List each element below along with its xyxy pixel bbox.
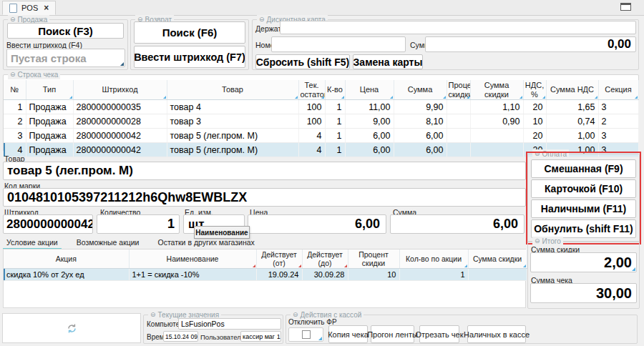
column-header[interactable]: Сумма НДС — [546, 80, 598, 100]
cell[interactable]: 30.09.28 — [302, 269, 348, 281]
card-sum-input[interactable]: 0,00 — [425, 36, 636, 52]
column-header[interactable]: К-во — [325, 80, 345, 100]
cell[interactable]: 1,00 — [546, 129, 598, 143]
line-sum-field[interactable]: 6,00 — [390, 214, 525, 234]
cell[interactable]: 2800000000042 — [73, 129, 167, 143]
cell[interactable]: 1 — [325, 100, 345, 114]
quantity-field[interactable]: 1 — [97, 214, 180, 234]
column-header[interactable]: Процент скидки — [348, 249, 399, 269]
cell[interactable] — [470, 129, 523, 143]
refresh-area[interactable] — [2, 313, 141, 343]
cell[interactable]: 1 — [325, 143, 345, 157]
cell[interactable] — [447, 143, 470, 157]
total-discount-field[interactable]: 2,00 — [530, 252, 637, 272]
return-barcode-button[interactable]: Ввести штрихкод (F7) — [134, 46, 245, 68]
cell[interactable]: 3 — [598, 100, 638, 114]
cell[interactable]: 2 — [598, 114, 638, 129]
cell[interactable]: 2800000000042 — [73, 143, 167, 157]
cell[interactable]: 6,00 — [345, 129, 394, 143]
cell[interactable]: 100 — [298, 100, 325, 114]
sale-search-button[interactable]: Поиск (F3) — [7, 23, 124, 39]
return-search-button[interactable]: Поиск (F6) — [134, 21, 245, 44]
cell[interactable]: 8,10 — [394, 114, 447, 129]
payment-mixed-button[interactable]: Смешанная (F9) — [531, 159, 636, 178]
cell[interactable] — [447, 129, 470, 143]
cell[interactable]: 1,10 — [470, 100, 523, 114]
cell[interactable]: 6,00 — [394, 143, 447, 157]
cut-receipt-button[interactable]: Отрезать чек — [419, 325, 459, 343]
cell[interactable]: 2800000000028 — [73, 114, 167, 129]
cell[interactable] — [447, 100, 470, 114]
collapse-icon[interactable]: ⊖ — [10, 70, 16, 79]
cell[interactable]: 10 — [348, 269, 399, 281]
cell[interactable]: 6,00 — [394, 129, 447, 143]
cell[interactable]: 100 — [298, 114, 325, 129]
payment-reset-button[interactable]: Обнулить (shift F11) — [531, 219, 636, 238]
cell[interactable]: 11,00 — [345, 100, 394, 114]
holder-input[interactable] — [280, 21, 636, 34]
cell[interactable]: 0,90 — [470, 114, 523, 129]
number-input[interactable] — [271, 36, 406, 52]
cell[interactable]: товар 4 — [167, 100, 298, 114]
computer-field[interactable]: LsFusionPos — [178, 318, 281, 330]
cell[interactable] — [470, 143, 523, 157]
cell[interactable]: 3 — [4, 129, 26, 143]
column-header[interactable]: Сумма скидки — [470, 80, 523, 100]
tab-promo-conditions[interactable]: Условие акции — [3, 236, 62, 250]
cell[interactable]: 1,65 — [546, 100, 598, 114]
cell[interactable]: 1 — [325, 129, 345, 143]
column-header[interactable]: Акция — [4, 249, 129, 269]
column-header[interactable]: Секция — [598, 80, 638, 100]
cell[interactable] — [468, 269, 527, 281]
cell[interactable]: товар 5 (лег.пром. М) — [167, 143, 298, 157]
cash-in-drawer-button[interactable]: Наличных в кассе — [467, 325, 526, 343]
column-header[interactable]: № — [4, 80, 26, 100]
time-field[interactable]: 15.10.24 09:07 — [163, 331, 198, 342]
cell[interactable]: 9,00 — [345, 114, 394, 129]
promo-row[interactable]: скидка 10% от 2ух ед1+1 = скидка -10%19.… — [4, 269, 527, 281]
mark-code-field[interactable]: 0104810105397211212h6Qhw8EWBLZX — [3, 188, 526, 207]
cell[interactable]: 2800000000035 — [73, 100, 167, 114]
barcode-field[interactable]: 2800000000042 — [3, 214, 93, 234]
cell[interactable]: скидка 10% от 2ух ед — [4, 269, 129, 281]
column-header[interactable]: Сумма — [394, 80, 447, 100]
cell[interactable]: 2 — [4, 114, 26, 129]
tab-pos[interactable]: POS × — [2, 1, 56, 15]
price-field[interactable]: 6,00 — [248, 214, 386, 234]
column-header[interactable]: Цена — [345, 80, 394, 100]
cell[interactable]: 6,00 — [345, 143, 394, 157]
collapse-icon[interactable]: ⊖ — [150, 310, 156, 320]
receipt-row[interactable]: 3Продажа2800000000042товар 5 (лег.пром. … — [4, 129, 638, 143]
card-reset-button[interactable]: Сбросить (shift F5) — [255, 54, 350, 69]
cell[interactable]: 4 — [298, 143, 325, 157]
cell[interactable]: 1+1 = скидка -10% — [129, 269, 256, 281]
tape-feed-button[interactable]: Прогон ленты — [371, 325, 414, 343]
receipt-sum-field[interactable]: 30,00 — [530, 283, 637, 303]
cell[interactable]: 20 — [523, 129, 546, 143]
refresh-icon[interactable] — [67, 323, 77, 334]
cell[interactable]: Продажа — [26, 143, 73, 157]
cell[interactable] — [447, 114, 470, 129]
sale-barcode-input[interactable]: Пустая строка — [6, 49, 125, 67]
column-header[interactable]: НДС, % — [523, 80, 546, 100]
cell[interactable]: Продажа — [26, 129, 73, 143]
cell[interactable]: 3 — [598, 129, 638, 143]
column-header[interactable]: Действует (до) — [302, 249, 348, 269]
cell[interactable]: 4 — [298, 129, 325, 143]
cell[interactable]: товар 5 (лег.пром. М) — [167, 129, 298, 143]
collapse-icon[interactable]: ⊖ — [259, 15, 265, 24]
receipt-copy-button[interactable]: Копия чека — [328, 325, 368, 343]
cell[interactable]: Продажа — [26, 114, 73, 129]
cell[interactable]: 1 — [399, 269, 468, 281]
cell[interactable]: 1 — [4, 100, 26, 114]
cell[interactable]: 10 — [523, 114, 546, 129]
cell[interactable]: 9,90 — [394, 100, 447, 114]
column-header[interactable]: Процент скидки — [447, 80, 470, 100]
column-header[interactable]: Кол-во по акции — [399, 249, 468, 269]
card-replace-button[interactable]: Замена карты — [353, 54, 423, 69]
cell[interactable]: 20 — [523, 100, 546, 114]
maximize-icon[interactable] — [620, 3, 631, 11]
close-icon[interactable]: × — [44, 4, 49, 12]
cell[interactable]: 1 — [325, 114, 345, 129]
column-header[interactable]: Сумма скидки — [468, 249, 527, 269]
